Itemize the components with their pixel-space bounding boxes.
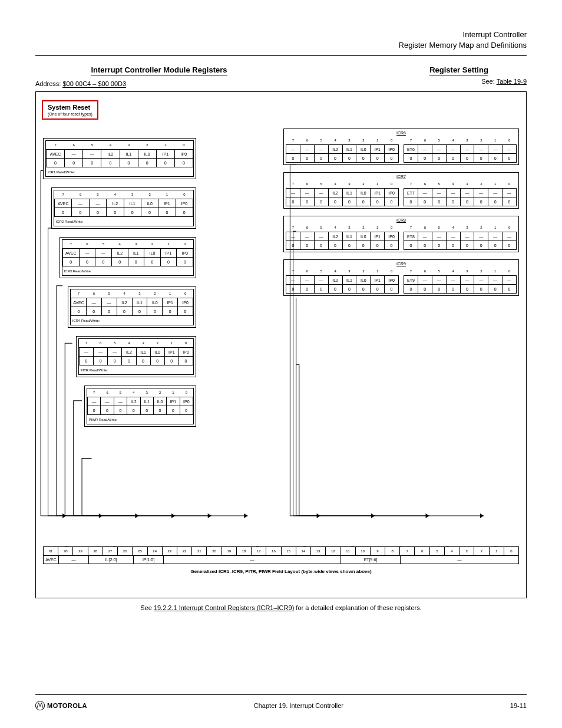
bottom-note: See 19.2.2.1 Interrupt Control Registers… xyxy=(35,604,527,611)
bit-13: 13 xyxy=(311,547,326,555)
field-ip10: IP[1:0] xyxy=(134,556,164,564)
header-line2: Register Memory Map and Definitions xyxy=(35,40,527,51)
field-et96: ET[9:6] xyxy=(341,556,401,564)
bit-19: 19 xyxy=(222,547,237,555)
field-avec: AVEC xyxy=(44,556,59,564)
bottom-caption: Generalized ICR1–ICR9, PITR, PIWR Field … xyxy=(43,569,519,574)
svg-marker-0 xyxy=(62,513,66,518)
bit-6: 6 xyxy=(415,547,429,555)
subhead-left: Interrupt Controller Module Registers xyxy=(91,65,227,75)
motorola-icon xyxy=(35,701,45,710)
reset-title: System Reset xyxy=(48,104,90,111)
field-il20: IL[2:0] xyxy=(89,556,134,564)
bit-10: 10 xyxy=(356,547,371,555)
svg-marker-7 xyxy=(371,513,375,518)
field-: — xyxy=(401,556,518,564)
svg-marker-4 xyxy=(208,513,211,518)
header-line1: Interrupt Controller xyxy=(35,29,527,40)
regbox-icr1: 76543210AVEC——IL2IL1IL0IP1IP000000000ICR… xyxy=(43,138,196,179)
bit-9: 9 xyxy=(371,547,385,555)
bit-5: 5 xyxy=(430,547,445,555)
bracket-pitr: ⏟ xyxy=(233,542,281,546)
bracket-icr6: ⏟ xyxy=(329,542,376,546)
bit-7: 7 xyxy=(400,547,415,555)
bit-3: 3 xyxy=(459,547,474,555)
reset-box: System Reset (One of four reset types) xyxy=(42,100,98,120)
svg-marker-9 xyxy=(480,513,484,518)
bit-18: 18 xyxy=(237,547,252,555)
icrbox-icr8: ICR876543210———IL2IL1IL0IP1IP00000000076… xyxy=(283,216,519,252)
bracket-icr3: ⏟ xyxy=(138,542,186,546)
regbox-icr4: 76543210AVEC——IL2IL1IL0IP1IP000000000ICR… xyxy=(68,286,196,328)
bit-15: 15 xyxy=(282,547,296,555)
bit-11: 11 xyxy=(340,547,355,555)
reset-sub: (One of four reset types) xyxy=(48,112,92,116)
svg-marker-3 xyxy=(171,513,175,518)
field-: — xyxy=(164,556,341,564)
bit-25: 25 xyxy=(133,547,147,555)
bit-21: 21 xyxy=(192,547,207,555)
svg-marker-5 xyxy=(244,513,247,518)
regbox-piwr: 76543210———IL2IL1IL0IP1IP000000000PIWR R… xyxy=(84,386,196,427)
bit-23: 23 xyxy=(163,547,177,555)
bit-26: 26 xyxy=(118,547,133,555)
bit-16: 16 xyxy=(266,547,281,555)
see-link: See: Table 19-9 xyxy=(391,78,527,85)
bit-30: 30 xyxy=(58,547,73,555)
footer-left: MOTOROLA xyxy=(47,702,87,709)
addr-range: $00 00C4 – $00 00D3 xyxy=(62,80,126,88)
bit-27: 27 xyxy=(103,547,118,555)
bit-1: 1 xyxy=(490,547,504,555)
subhead-right: Register Setting xyxy=(429,65,488,75)
field-: — xyxy=(59,556,89,564)
bit-17: 17 xyxy=(252,547,266,555)
motorola-logo: MOTOROLA xyxy=(35,701,87,710)
regbox-icr3: 76543210AVEC——IL2IL1IL0IP1IP000000000ICR… xyxy=(59,237,196,278)
bit-4: 4 xyxy=(445,547,459,555)
regbox-icr2: 76543210AVEC——IL2IL1IL0IP1IP000000000ICR… xyxy=(51,187,196,229)
icrbox-icr6: ICR676543210———IL2IL1IL0IP1IP00000000076… xyxy=(283,129,519,165)
bit-28: 28 xyxy=(88,547,103,555)
bit-14: 14 xyxy=(296,547,311,555)
bit-31: 31 xyxy=(44,547,58,555)
bracket-icr8: ⏟ xyxy=(424,542,471,546)
footer-right: 19-11 xyxy=(510,702,527,709)
svg-marker-2 xyxy=(135,513,138,518)
bracket-icr7: ⏟ xyxy=(376,542,424,546)
svg-marker-1 xyxy=(99,513,103,518)
svg-marker-8 xyxy=(425,513,429,518)
footer: MOTOROLA Chapter 19. Interrupt Controlle… xyxy=(35,694,527,710)
bit-8: 8 xyxy=(385,547,400,555)
icrbox-icr7: ICR776543210———IL2IL1IL0IP1IP00000000076… xyxy=(283,172,519,209)
svg-marker-6 xyxy=(317,513,320,518)
addr-label: Address: xyxy=(35,80,61,87)
regbox-pitr: 76543210———IL2IL1IL0IP1IP000000000PITR R… xyxy=(76,336,196,377)
bit-20: 20 xyxy=(207,547,222,555)
bit-0: 0 xyxy=(504,547,518,555)
bracket-piwr: ⏟ xyxy=(281,542,329,546)
bit-24: 24 xyxy=(148,547,163,555)
bit-29: 29 xyxy=(73,547,88,555)
diagram-frame: System Reset (One of four reset types) 7… xyxy=(35,91,527,598)
top-rule xyxy=(35,55,527,56)
bracket-icr4: ⏟ xyxy=(186,542,233,546)
bracket-icr9: ⏟ xyxy=(471,542,519,546)
bracket-icr1: ⏟ xyxy=(43,542,91,546)
footer-center: Chapter 19. Interrupt Controller xyxy=(254,702,343,709)
bit-12: 12 xyxy=(326,547,340,555)
bracket-icr2: ⏟ xyxy=(91,542,138,546)
bit-2: 2 xyxy=(474,547,489,555)
bit-22: 22 xyxy=(177,547,192,555)
icrbox-icr9: ICR976543210———IL2IL1IL0IP1IP00000000076… xyxy=(283,259,519,296)
